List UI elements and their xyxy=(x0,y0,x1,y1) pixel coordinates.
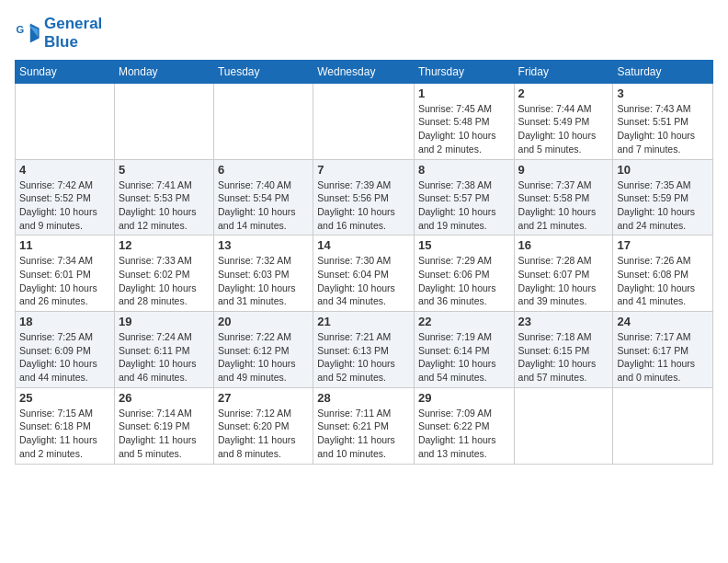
day-info: Sunrise: 7:45 AM Sunset: 5:48 PM Dayligh… xyxy=(418,102,510,156)
day-info: Sunrise: 7:40 AM Sunset: 5:54 PM Dayligh… xyxy=(218,178,309,233)
day-info: Sunrise: 7:30 AM Sunset: 6:04 PM Dayligh… xyxy=(317,254,410,308)
calendar-cell xyxy=(313,83,415,159)
day-info: Sunrise: 7:11 AM Sunset: 6:21 PM Dayligh… xyxy=(317,407,410,461)
day-number: 10 xyxy=(617,163,709,177)
calendar-cell: 1Sunrise: 7:45 AM Sunset: 5:48 PM Daylig… xyxy=(414,83,514,159)
day-number: 8 xyxy=(418,163,510,177)
calendar-cell: 2Sunrise: 7:44 AM Sunset: 5:49 PM Daylig… xyxy=(514,83,613,159)
day-number: 17 xyxy=(617,238,709,252)
day-number: 20 xyxy=(218,315,309,328)
logo-icon: G xyxy=(15,20,40,46)
day-info: Sunrise: 7:22 AM Sunset: 6:12 PM Dayligh… xyxy=(218,330,309,385)
day-number: 16 xyxy=(518,238,609,252)
calendar-cell: 21Sunrise: 7:21 AM Sunset: 6:13 PM Dayli… xyxy=(313,312,415,388)
day-number: 22 xyxy=(418,315,510,328)
calendar-cell xyxy=(613,387,713,464)
day-info: Sunrise: 7:35 AM Sunset: 5:59 PM Dayligh… xyxy=(617,178,709,233)
day-info: Sunrise: 7:28 AM Sunset: 6:07 PM Dayligh… xyxy=(518,254,609,308)
day-number: 21 xyxy=(317,315,410,328)
calendar-cell: 8Sunrise: 7:38 AM Sunset: 5:57 PM Daylig… xyxy=(414,159,514,236)
day-number: 28 xyxy=(317,391,410,405)
calendar-week-row: 25Sunrise: 7:15 AM Sunset: 6:18 PM Dayli… xyxy=(16,387,713,464)
day-number: 14 xyxy=(317,238,410,252)
day-info: Sunrise: 7:44 AM Sunset: 5:49 PM Dayligh… xyxy=(518,102,609,156)
day-info: Sunrise: 7:38 AM Sunset: 5:57 PM Dayligh… xyxy=(418,178,510,233)
calendar-cell: 28Sunrise: 7:11 AM Sunset: 6:21 PM Dayli… xyxy=(313,387,415,464)
calendar-cell: 4Sunrise: 7:42 AM Sunset: 5:52 PM Daylig… xyxy=(16,159,115,236)
calendar-week-row: 4Sunrise: 7:42 AM Sunset: 5:52 PM Daylig… xyxy=(16,159,713,236)
day-number: 1 xyxy=(418,86,510,100)
day-info: Sunrise: 7:39 AM Sunset: 5:56 PM Dayligh… xyxy=(317,178,410,233)
weekday-header: Monday xyxy=(114,60,213,83)
day-number: 11 xyxy=(19,238,110,252)
day-info: Sunrise: 7:21 AM Sunset: 6:13 PM Dayligh… xyxy=(317,330,410,385)
calendar-cell: 22Sunrise: 7:19 AM Sunset: 6:14 PM Dayli… xyxy=(414,312,514,388)
day-number: 5 xyxy=(119,163,210,177)
calendar-cell: 19Sunrise: 7:24 AM Sunset: 6:11 PM Dayli… xyxy=(114,312,213,388)
day-info: Sunrise: 7:19 AM Sunset: 6:14 PM Dayligh… xyxy=(418,330,510,385)
calendar-table: SundayMondayTuesdayWednesdayThursdayFrid… xyxy=(15,60,713,465)
calendar-cell: 12Sunrise: 7:33 AM Sunset: 6:02 PM Dayli… xyxy=(114,236,213,312)
calendar-cell xyxy=(213,83,313,159)
day-info: Sunrise: 7:43 AM Sunset: 5:51 PM Dayligh… xyxy=(617,102,709,156)
day-number: 7 xyxy=(317,163,410,177)
day-info: Sunrise: 7:32 AM Sunset: 6:03 PM Dayligh… xyxy=(218,254,309,308)
calendar-cell: 23Sunrise: 7:18 AM Sunset: 6:15 PM Dayli… xyxy=(514,312,613,388)
calendar-cell: 18Sunrise: 7:25 AM Sunset: 6:09 PM Dayli… xyxy=(16,312,115,388)
logo: G General Blue xyxy=(15,15,102,52)
calendar-cell: 13Sunrise: 7:32 AM Sunset: 6:03 PM Dayli… xyxy=(213,236,313,312)
day-info: Sunrise: 7:18 AM Sunset: 6:15 PM Dayligh… xyxy=(518,330,609,385)
day-number: 9 xyxy=(518,163,609,177)
day-info: Sunrise: 7:14 AM Sunset: 6:19 PM Dayligh… xyxy=(119,407,210,461)
day-number: 19 xyxy=(119,315,210,328)
weekday-header: Saturday xyxy=(613,60,713,83)
calendar-cell: 26Sunrise: 7:14 AM Sunset: 6:19 PM Dayli… xyxy=(114,387,213,464)
day-info: Sunrise: 7:09 AM Sunset: 6:22 PM Dayligh… xyxy=(418,407,510,461)
calendar-week-row: 11Sunrise: 7:34 AM Sunset: 6:01 PM Dayli… xyxy=(16,236,713,312)
calendar-week-row: 18Sunrise: 7:25 AM Sunset: 6:09 PM Dayli… xyxy=(16,312,713,388)
calendar-cell xyxy=(114,83,213,159)
weekday-header: Wednesday xyxy=(313,60,415,83)
day-number: 3 xyxy=(617,86,709,100)
day-info: Sunrise: 7:25 AM Sunset: 6:09 PM Dayligh… xyxy=(19,330,110,385)
day-info: Sunrise: 7:41 AM Sunset: 5:53 PM Dayligh… xyxy=(119,178,210,233)
logo-text: General Blue xyxy=(44,15,102,52)
calendar-cell: 20Sunrise: 7:22 AM Sunset: 6:12 PM Dayli… xyxy=(213,312,313,388)
day-number: 6 xyxy=(218,163,309,177)
calendar-cell: 11Sunrise: 7:34 AM Sunset: 6:01 PM Dayli… xyxy=(16,236,115,312)
day-number: 26 xyxy=(119,391,210,405)
page-header: G General Blue xyxy=(15,15,713,52)
day-number: 18 xyxy=(19,315,110,328)
svg-text:G: G xyxy=(16,24,24,35)
day-info: Sunrise: 7:15 AM Sunset: 6:18 PM Dayligh… xyxy=(19,407,110,461)
day-number: 13 xyxy=(218,238,309,252)
weekday-header-row: SundayMondayTuesdayWednesdayThursdayFrid… xyxy=(16,60,713,83)
day-info: Sunrise: 7:24 AM Sunset: 6:11 PM Dayligh… xyxy=(119,330,210,385)
calendar-cell: 17Sunrise: 7:26 AM Sunset: 6:08 PM Dayli… xyxy=(613,236,713,312)
day-number: 24 xyxy=(617,315,709,328)
calendar-cell: 14Sunrise: 7:30 AM Sunset: 6:04 PM Dayli… xyxy=(313,236,415,312)
day-number: 4 xyxy=(19,163,110,177)
day-info: Sunrise: 7:33 AM Sunset: 6:02 PM Dayligh… xyxy=(119,254,210,308)
calendar-cell: 15Sunrise: 7:29 AM Sunset: 6:06 PM Dayli… xyxy=(414,236,514,312)
weekday-header: Friday xyxy=(514,60,613,83)
calendar-cell: 10Sunrise: 7:35 AM Sunset: 5:59 PM Dayli… xyxy=(613,159,713,236)
calendar-cell xyxy=(16,83,115,159)
day-number: 2 xyxy=(518,86,609,100)
calendar-cell: 16Sunrise: 7:28 AM Sunset: 6:07 PM Dayli… xyxy=(514,236,613,312)
weekday-header: Sunday xyxy=(16,60,115,83)
calendar-cell: 6Sunrise: 7:40 AM Sunset: 5:54 PM Daylig… xyxy=(213,159,313,236)
day-info: Sunrise: 7:42 AM Sunset: 5:52 PM Dayligh… xyxy=(19,178,110,233)
weekday-header: Thursday xyxy=(414,60,514,83)
day-info: Sunrise: 7:17 AM Sunset: 6:17 PM Dayligh… xyxy=(617,330,709,385)
calendar-cell: 27Sunrise: 7:12 AM Sunset: 6:20 PM Dayli… xyxy=(213,387,313,464)
day-number: 29 xyxy=(418,391,510,405)
weekday-header: Tuesday xyxy=(213,60,313,83)
day-info: Sunrise: 7:34 AM Sunset: 6:01 PM Dayligh… xyxy=(19,254,110,308)
calendar-cell: 7Sunrise: 7:39 AM Sunset: 5:56 PM Daylig… xyxy=(313,159,415,236)
day-number: 25 xyxy=(19,391,110,405)
day-number: 27 xyxy=(218,391,309,405)
calendar-cell: 29Sunrise: 7:09 AM Sunset: 6:22 PM Dayli… xyxy=(414,387,514,464)
calendar-cell xyxy=(514,387,613,464)
day-number: 23 xyxy=(518,315,609,328)
